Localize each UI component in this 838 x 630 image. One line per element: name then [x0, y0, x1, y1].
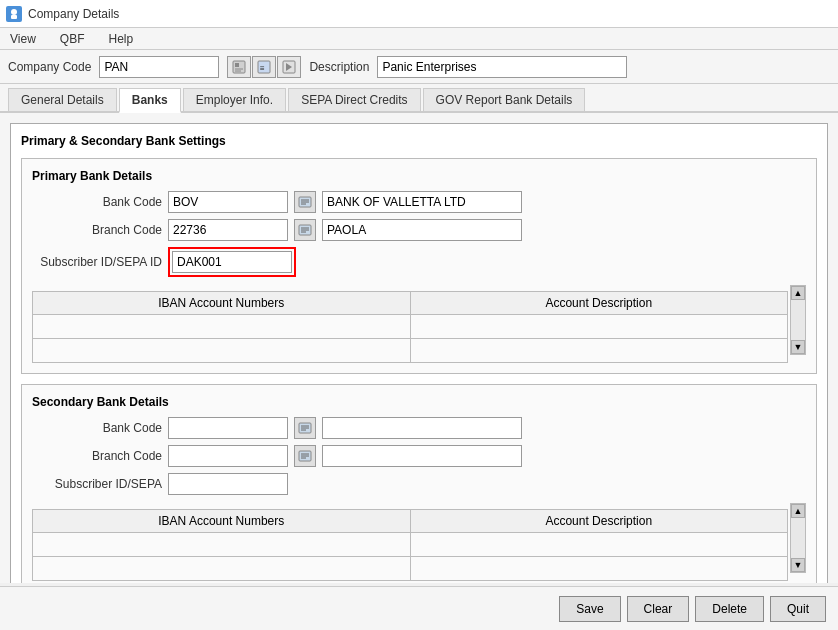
primary-bank-name-input[interactable] [322, 191, 522, 213]
company-code-input[interactable] [99, 56, 219, 78]
secondary-bank-code-label: Bank Code [32, 421, 162, 435]
secondary-bank-code-btn[interactable] [294, 417, 316, 439]
primary-account-desc-cell-1[interactable] [410, 315, 788, 339]
tab-banks[interactable]: Banks [119, 88, 181, 113]
tab-employer-info[interactable]: Employer Info. [183, 88, 286, 111]
description-label: Description [309, 60, 369, 74]
secondary-iban-cell-2[interactable] [33, 557, 411, 581]
menu-view[interactable]: View [4, 30, 42, 48]
primary-bank-code-btn[interactable] [294, 191, 316, 213]
secondary-iban-header: IBAN Account Numbers [33, 510, 411, 533]
quit-button[interactable]: Quit [770, 596, 826, 622]
window-title: Company Details [28, 7, 119, 21]
secondary-branch-name-input[interactable] [322, 445, 522, 467]
primary-iban-scrollbar: ▲ ▼ [790, 285, 806, 355]
app-icon [6, 6, 22, 22]
primary-iban-header: IBAN Account Numbers [33, 292, 411, 315]
primary-branch-code-row: Branch Code [32, 219, 806, 241]
secondary-scroll-up[interactable]: ▲ [791, 504, 805, 518]
delete-button[interactable]: Delete [695, 596, 764, 622]
secondary-account-desc-cell-2[interactable] [410, 557, 788, 581]
primary-iban-section: IBAN Account Numbers Account Description [32, 285, 806, 363]
svg-point-0 [11, 9, 17, 15]
secondary-scroll-track [791, 518, 805, 558]
secondary-bank-name-input[interactable] [322, 417, 522, 439]
title-bar: Company Details [0, 0, 838, 28]
secondary-bank-code-row: Bank Code [32, 417, 806, 439]
primary-subscriber-row: Subscriber ID/SEPA ID [32, 247, 806, 277]
section-title: Primary & Secondary Bank Settings [21, 134, 817, 148]
menu-help[interactable]: Help [102, 30, 139, 48]
description-input[interactable] [377, 56, 627, 78]
tabs-bar: General Details Banks Employer Info. SEP… [0, 84, 838, 113]
primary-bank-title: Primary Bank Details [32, 169, 806, 183]
tab-gov-report[interactable]: GOV Report Bank Details [423, 88, 586, 111]
tab-general-details[interactable]: General Details [8, 88, 117, 111]
primary-branch-code-btn[interactable] [294, 219, 316, 241]
primary-branch-name-input[interactable] [322, 219, 522, 241]
primary-subscriber-input[interactable] [172, 251, 292, 273]
primary-iban-row-1 [33, 315, 788, 339]
menu-qbf[interactable]: QBF [54, 30, 91, 48]
secondary-scroll-down[interactable]: ▼ [791, 558, 805, 572]
secondary-branch-code-label: Branch Code [32, 449, 162, 463]
primary-iban-cell-2[interactable] [33, 339, 411, 363]
secondary-iban-row-1 [33, 533, 788, 557]
secondary-bank-panel: Secondary Bank Details Bank Code Branch … [21, 384, 817, 583]
clear-button[interactable]: Clear [627, 596, 690, 622]
toolbar-btn-3[interactable] [277, 56, 301, 78]
secondary-subscriber-label: Subscriber ID/SEPA [32, 477, 162, 491]
main-content: Primary & Secondary Bank Settings Primar… [0, 113, 838, 583]
toolbar: Company Code ≡ Description [0, 50, 838, 84]
primary-scroll-up[interactable]: ▲ [791, 286, 805, 300]
subscriber-highlight-box [168, 247, 296, 277]
primary-branch-code-label: Branch Code [32, 223, 162, 237]
primary-account-desc-cell-2[interactable] [410, 339, 788, 363]
primary-branch-code-input[interactable] [168, 219, 288, 241]
secondary-iban-table-container: IBAN Account Numbers Account Description [32, 503, 806, 581]
secondary-branch-code-input[interactable] [168, 445, 288, 467]
bottom-bar: Save Clear Delete Quit [0, 586, 838, 630]
primary-bank-panel: Primary Bank Details Bank Code Branch Co… [21, 158, 817, 374]
secondary-subscriber-input[interactable] [168, 473, 288, 495]
secondary-bank-title: Secondary Bank Details [32, 395, 806, 409]
secondary-branch-code-btn[interactable] [294, 445, 316, 467]
secondary-iban-section: IBAN Account Numbers Account Description [32, 503, 806, 581]
tab-sepa-direct-credits[interactable]: SEPA Direct Credits [288, 88, 420, 111]
secondary-account-desc-header: Account Description [410, 510, 788, 533]
primary-iban-cell-1[interactable] [33, 315, 411, 339]
primary-iban-row-2 [33, 339, 788, 363]
secondary-iban-scrollbar: ▲ ▼ [790, 503, 806, 573]
secondary-subscriber-row: Subscriber ID/SEPA [32, 473, 806, 495]
svg-rect-3 [235, 63, 239, 67]
primary-bank-code-input[interactable] [168, 191, 288, 213]
main-section-panel: Primary & Secondary Bank Settings Primar… [10, 123, 828, 583]
primary-scroll-down[interactable]: ▼ [791, 340, 805, 354]
primary-iban-table-container: IBAN Account Numbers Account Description [32, 285, 806, 363]
secondary-branch-code-row: Branch Code [32, 445, 806, 467]
primary-iban-table: IBAN Account Numbers Account Description [32, 291, 788, 363]
toolbar-btn-1[interactable] [227, 56, 251, 78]
primary-subscriber-label: Subscriber ID/SEPA ID [32, 255, 162, 269]
secondary-account-desc-cell-1[interactable] [410, 533, 788, 557]
menu-bar: View QBF Help [0, 28, 838, 50]
secondary-iban-row-2 [33, 557, 788, 581]
svg-text:≡: ≡ [260, 64, 265, 73]
primary-account-desc-header: Account Description [410, 292, 788, 315]
company-code-label: Company Code [8, 60, 91, 74]
toolbar-btn-2[interactable]: ≡ [252, 56, 276, 78]
primary-scroll-track [791, 300, 805, 340]
toolbar-btn-group: ≡ [227, 56, 301, 78]
svg-rect-1 [11, 15, 17, 19]
secondary-iban-table: IBAN Account Numbers Account Description [32, 509, 788, 581]
save-button[interactable]: Save [559, 596, 620, 622]
primary-bank-code-row: Bank Code [32, 191, 806, 213]
primary-bank-code-label: Bank Code [32, 195, 162, 209]
secondary-bank-code-input[interactable] [168, 417, 288, 439]
secondary-iban-cell-1[interactable] [33, 533, 411, 557]
